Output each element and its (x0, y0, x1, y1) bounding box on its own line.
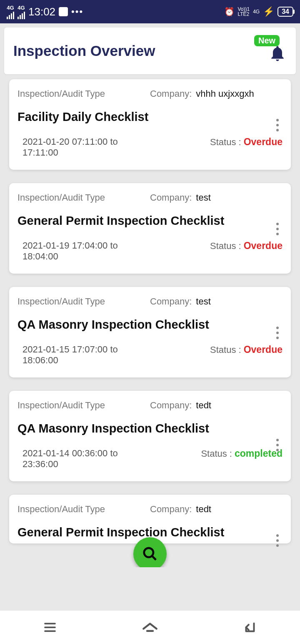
status-label: Status : (210, 345, 241, 355)
inspection-title: QA Masonry Inspection Checklist (18, 318, 259, 332)
company-value: test (196, 192, 210, 203)
company-label: Company: (150, 504, 192, 515)
card-more-button[interactable] (272, 325, 283, 341)
card-more-button[interactable] (272, 221, 283, 237)
status-value: Overdue (244, 136, 282, 148)
inspection-list: Inspection/Audit Type Company: vhhh uxjx… (0, 79, 300, 607)
inspection-title: Facility Daily Checklist (18, 110, 259, 124)
company-value: tedt (196, 504, 211, 515)
type-label: Inspection/Audit Type (18, 192, 105, 203)
company-label: Company: (150, 88, 192, 99)
notifications-button[interactable]: New (263, 39, 287, 63)
inspection-title: General Permit Inspection Checklist (18, 214, 259, 228)
svg-line-1 (152, 556, 156, 560)
card-more-button[interactable] (272, 117, 283, 133)
signal-icon-1 (7, 12, 14, 19)
net-label-2: 4G (18, 5, 25, 11)
fourg-label: 4G (253, 9, 260, 14)
inspection-title: QA Masonry Inspection Checklist (18, 422, 259, 435)
bell-icon (268, 44, 287, 63)
company-label: Company: (150, 296, 192, 307)
card-more-button[interactable] (272, 437, 283, 453)
app-icon (59, 7, 68, 16)
nav-home-button[interactable] (141, 618, 159, 636)
battery-indicator: 34 (278, 7, 293, 17)
clock: 13:02 (28, 5, 55, 18)
signal-icon-2 (18, 12, 25, 19)
inspection-datetime: 2021-01-14 00:36:00 to 23:36:00 (18, 448, 155, 470)
bottom-spacer (0, 567, 300, 611)
type-label: Inspection/Audit Type (18, 504, 105, 515)
inspection-title: General Permit Inspection Checklist (18, 526, 259, 539)
inspection-card[interactable]: Inspection/Audit Type Company: tedt QA M… (9, 391, 291, 481)
card-more-button[interactable] (272, 532, 283, 549)
inspection-datetime: 2021-01-20 07:11:00 to 17:11:00 (18, 136, 155, 158)
inspection-card[interactable]: Inspection/Audit Type Company: vhhh uxjx… (9, 79, 291, 170)
status-value: Overdue (244, 240, 282, 252)
company-value: tedt (196, 400, 211, 411)
nav-back-button[interactable] (241, 618, 259, 636)
device-status-bar: 4G 4G 13:02 ••• ⏰ Vo))1LTE2 4G ⚡ 34 (0, 0, 300, 23)
search-icon (142, 546, 158, 562)
inspection-card[interactable]: Inspection/Audit Type Company: test Gene… (9, 183, 291, 274)
type-label: Inspection/Audit Type (18, 400, 105, 411)
company-value: vhhh uxjxxgxh (196, 88, 254, 99)
header-card: Inspection Overview New (4, 28, 296, 74)
inspection-datetime: 2021-01-19 17:04:00 to 18:04:00 (18, 240, 155, 262)
company-value: test (196, 296, 210, 307)
alarm-icon: ⏰ (224, 7, 235, 17)
status-right: ⏰ Vo))1LTE2 4G ⚡ 34 (224, 6, 294, 17)
charging-icon: ⚡ (263, 6, 274, 17)
volte-label: Vo))1LTE2 (238, 7, 250, 17)
status-label: Status : (210, 241, 241, 252)
company-label: Company: (150, 192, 192, 203)
status-value: Overdue (244, 344, 282, 355)
type-label: Inspection/Audit Type (18, 88, 105, 99)
company-label: Company: (150, 400, 192, 411)
status-label: Status : (210, 137, 241, 148)
type-label: Inspection/Audit Type (18, 296, 105, 307)
svg-point-0 (144, 548, 153, 557)
page-title: Inspection Overview (13, 43, 155, 59)
nav-recent-button[interactable] (41, 618, 59, 636)
status-label: Status : (201, 448, 232, 459)
inspection-card[interactable]: Inspection/Audit Type Company: test QA M… (9, 287, 291, 377)
inspection-datetime: 2021-01-15 17:07:00 to 18:06:00 (18, 344, 155, 366)
inspection-card[interactable]: Inspection/Audit Type Company: tedt Gene… (9, 495, 291, 543)
status-left: 4G 4G 13:02 ••• (7, 5, 83, 19)
net-label-1: 4G (7, 5, 14, 11)
more-dots-status: ••• (71, 6, 83, 17)
search-fab[interactable] (133, 537, 167, 571)
system-nav-bar (0, 611, 300, 644)
